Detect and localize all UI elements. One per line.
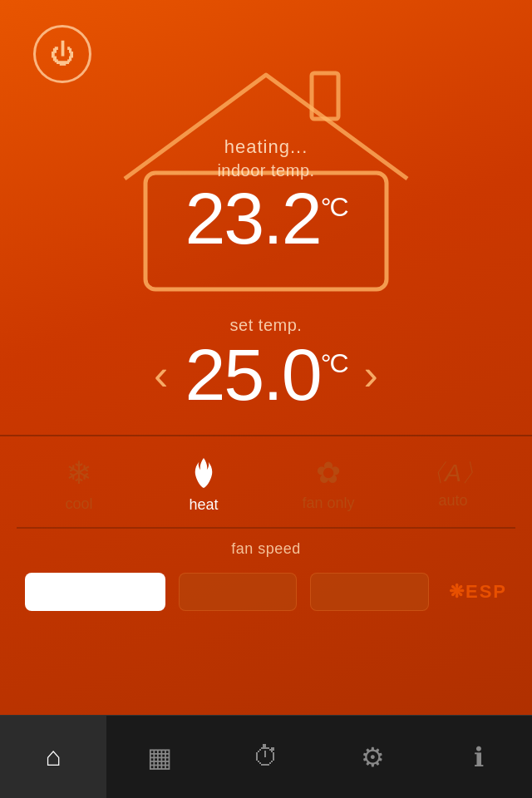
indoor-temp: 23.2 °C	[185, 182, 347, 255]
set-temp-row: ‹ 25.0 °C ›	[0, 338, 532, 411]
fan-speed-label: fan speed	[17, 540, 515, 558]
nav-settings[interactable]: ⚙	[319, 716, 426, 798]
nav-grid[interactable]: ▦	[106, 716, 213, 798]
mode-cool[interactable]: ❄ cool	[17, 457, 141, 513]
fan-speed-divider	[17, 527, 515, 529]
set-temp-value: 25.0 °C	[185, 338, 347, 411]
indoor-temp-unit: °C	[321, 194, 347, 220]
auto-icon: 〈A〉	[420, 461, 486, 485]
info-icon: ℹ	[474, 741, 484, 773]
set-temp-label: set temp.	[0, 316, 532, 335]
cool-icon: ❄	[66, 457, 92, 489]
mode-section: ❄ cool heat ✿ fan only 〈A〉 auto	[0, 436, 532, 527]
fan-speed-high[interactable]	[310, 573, 429, 611]
power-button[interactable]: ⏻	[33, 25, 91, 83]
grid-icon: ▦	[147, 741, 172, 773]
heat-label: heat	[189, 496, 218, 514]
fan-speed-section: fan speed ❋ESP	[0, 527, 532, 611]
nav-home[interactable]: ⌂	[0, 716, 106, 798]
temp-increase-button[interactable]: ›	[364, 353, 378, 397]
bottom-nav: ⌂ ▦ ⏱ ⚙ ℹ	[0, 715, 532, 798]
indoor-temp-value: 23.2	[185, 182, 320, 255]
fan-icon: ✿	[316, 458, 341, 488]
fan-speed-med[interactable]	[179, 573, 298, 611]
nav-timer[interactable]: ⏱	[213, 716, 319, 798]
mode-fan-only[interactable]: ✿ fan only	[266, 458, 391, 512]
settings-icon: ⚙	[361, 741, 385, 773]
power-icon: ⏻	[50, 42, 75, 66]
house-info: heating... indoor temp. 23.2 °C	[185, 136, 347, 255]
home-icon: ⌂	[45, 741, 61, 772]
set-temp-section: set temp. ‹ 25.0 °C ›	[0, 316, 532, 411]
main-area: ⏻ heating... indoor temp. 23.2 °C set te…	[0, 0, 532, 715]
temp-decrease-button[interactable]: ‹	[154, 353, 168, 397]
mode-heat[interactable]: heat	[141, 456, 266, 514]
fan-speed-bars: ❋ESP	[17, 573, 515, 611]
fan-only-label: fan only	[302, 495, 354, 512]
timer-icon: ⏱	[253, 741, 279, 772]
esp-label: ❋ESP	[449, 581, 507, 603]
house-display: heating... indoor temp. 23.2 °C	[100, 50, 432, 299]
nav-info[interactable]: ℹ	[426, 716, 532, 798]
heat-icon	[190, 456, 217, 490]
mode-auto[interactable]: 〈A〉 auto	[391, 461, 515, 510]
cool-label: cool	[65, 495, 92, 513]
heating-status: heating...	[185, 136, 347, 158]
auto-label: auto	[438, 492, 467, 510]
fan-speed-low[interactable]	[25, 573, 165, 611]
